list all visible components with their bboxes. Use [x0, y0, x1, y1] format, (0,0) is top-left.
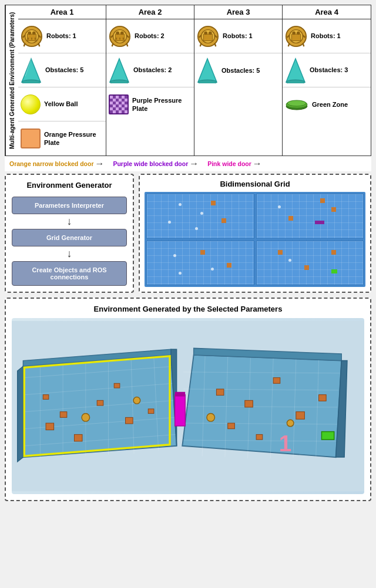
grid-square	[221, 218, 226, 223]
area-3-col: Robots: 1 Obstacles: 5	[194, 19, 283, 156]
area-1-header: Area 1	[18, 5, 106, 19]
env-gen-title: Environment Generator	[12, 181, 127, 190]
bottom-section: Environment Generated by the Selected Pa…	[5, 298, 371, 501]
svg-rect-70	[245, 401, 253, 408]
svg-rect-63	[97, 401, 103, 406]
purple-plate-icon	[109, 94, 129, 114]
area-1-col: Robots: 1 Obstacles: 5 Yellow Ball	[18, 19, 106, 156]
list-item: Obstacles: 5	[18, 53, 106, 87]
scene-svg: 1	[12, 318, 364, 494]
area-4-header: Area 4	[283, 5, 371, 19]
svg-point-81	[287, 420, 294, 427]
svg-point-80	[207, 414, 215, 422]
bottom-title: Environment Generated by the Selected Pa…	[94, 305, 283, 313]
obstacle-cone-icon	[285, 58, 306, 83]
area-2-header: Area 2	[106, 5, 194, 19]
svg-rect-69	[216, 389, 224, 396]
svg-rect-64	[126, 418, 133, 424]
svg-marker-17	[198, 59, 217, 82]
grid-quadrant-bottom-left	[146, 241, 254, 286]
svg-rect-71	[273, 378, 280, 384]
list-item: Obstacles: 3	[283, 53, 371, 87]
orange-arrow-symbol: →	[95, 158, 105, 169]
grid-visual	[145, 192, 365, 287]
svg-rect-68	[114, 384, 120, 388]
list-item: Purple Pressure Plate	[106, 87, 194, 121]
svg-point-9	[116, 31, 119, 35]
svg-rect-61	[46, 423, 54, 430]
obstacle-2-label: Obstacles: 2	[133, 66, 172, 74]
area-2-col: Robots: 2 Obstacles: 2 Purple Pressure P…	[106, 19, 194, 156]
orange-door-arrow: Orange narrow blocked door →	[9, 158, 105, 169]
green-zone-label: Green Zone	[312, 100, 348, 109]
obstacle-1-label: Obstacles: 5	[45, 66, 83, 74]
vertical-label: Multi-agent Generated Environment (Param…	[5, 5, 18, 156]
svg-marker-4	[22, 59, 41, 82]
grid-square	[200, 250, 205, 255]
svg-point-5	[22, 80, 41, 83]
robot-1-label: Robots: 1	[46, 32, 76, 40]
grid-dot	[288, 259, 291, 262]
svg-rect-72	[296, 412, 305, 420]
grid-square	[278, 250, 283, 255]
purple-plate-label: Purple Pressure Plate	[132, 96, 192, 113]
svg-rect-67	[43, 395, 49, 400]
middle-section: Environment Generator Parameters Interpr…	[5, 174, 371, 293]
grid-square	[227, 263, 231, 268]
pink-arrow-symbol: →	[253, 158, 262, 169]
list-item: Robots: 1	[194, 19, 282, 53]
svg-point-16	[209, 31, 212, 35]
grid-green	[331, 269, 337, 273]
svg-point-27	[287, 100, 306, 106]
flow-step-3: Create Objects and ROS connections	[12, 261, 127, 286]
list-item: Yellow Ball	[18, 87, 106, 121]
svg-rect-62	[60, 412, 67, 418]
grid-quadrant-top-right	[256, 194, 364, 239]
grid-quadrant-bottom-right	[256, 241, 364, 286]
parameters-table: Multi-agent Generated Environment (Param…	[5, 5, 371, 156]
svg-point-21	[292, 31, 296, 35]
svg-point-22	[297, 31, 300, 35]
door-arrows-row: Orange narrow blocked door → Purple wide…	[5, 156, 371, 171]
grid-quadrant-top-left	[146, 194, 254, 239]
svg-rect-60	[175, 392, 185, 397]
robot-3-label: Robots: 1	[223, 32, 253, 40]
svg-rect-76	[321, 432, 334, 440]
svg-marker-11	[110, 59, 129, 82]
list-item: Robots: 1	[283, 19, 371, 53]
yellow-ball-label: Yellow Ball	[44, 100, 78, 108]
grid-square	[320, 198, 325, 203]
svg-point-10	[120, 31, 124, 35]
pink-door-label: Pink wide door	[207, 160, 251, 167]
svg-text:1: 1	[279, 431, 292, 457]
robot-2-label: Robots: 2	[135, 32, 164, 40]
grid-square	[331, 250, 336, 255]
svg-marker-42	[18, 367, 24, 462]
orange-plate-icon	[21, 129, 41, 148]
grid-square	[331, 207, 336, 212]
svg-point-15	[204, 31, 207, 35]
bidimensional-grid-box: Bidimensional Grid	[139, 174, 371, 293]
areas-header: Area 1 Area 2 Area 3 Area 4	[18, 5, 371, 19]
flow-step-1: Parameters Interpreter	[12, 197, 127, 214]
svg-rect-59	[175, 395, 185, 426]
grid-dot	[278, 205, 281, 208]
areas-table: Area 1 Area 2 Area 3 Area 4	[18, 5, 371, 156]
list-item: Orange Pressure Plate	[18, 121, 106, 156]
robot-icon	[21, 25, 43, 48]
svg-point-18	[198, 80, 217, 83]
svg-rect-73	[319, 395, 327, 401]
svg-rect-74	[228, 423, 235, 429]
orange-plate-label: Orange Pressure Plate	[44, 130, 103, 147]
purple-arrow-symbol: →	[189, 158, 199, 169]
flow-arrow-2: ↓	[12, 246, 127, 261]
grid-square	[288, 216, 293, 221]
list-item: Obstacles: 2	[106, 53, 194, 87]
svg-point-2	[28, 31, 31, 35]
svg-rect-66	[148, 409, 154, 414]
list-item: Green Zone	[283, 87, 371, 121]
3d-scene: 1	[12, 318, 364, 494]
obstacle-cone-icon	[21, 58, 42, 83]
area-3-header: Area 3	[194, 5, 283, 19]
flow-step-2: Grid Generator	[12, 229, 127, 246]
